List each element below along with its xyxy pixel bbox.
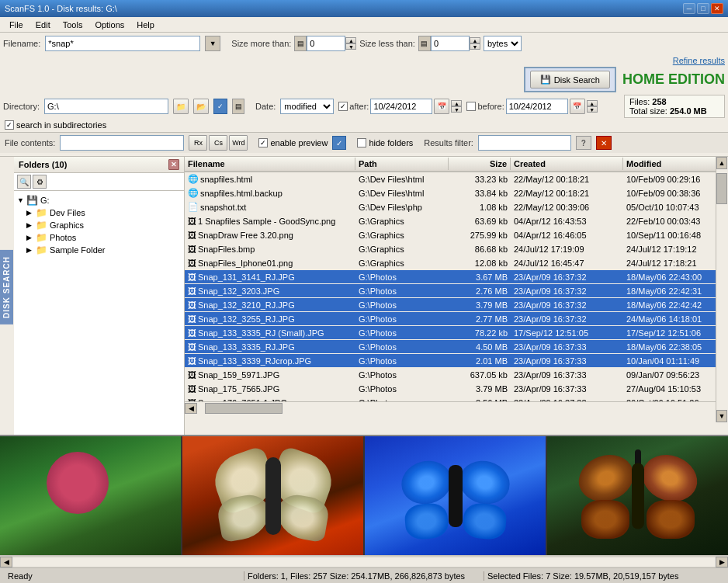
table-row[interactable]: 🖼SnapDraw Free 3.20.png G:\Graphics 275.… [185, 228, 728, 242]
browse-btn[interactable]: 📁 [173, 99, 189, 114]
size-more-up[interactable]: ▲ [345, 37, 356, 43]
bytes-select[interactable]: bytesKBMBGB [484, 36, 522, 51]
file-contents-input[interactable] [60, 135, 184, 151]
date-type-select[interactable]: modifiedcreatedaccessed [280, 99, 334, 114]
menu-file[interactable]: File [3, 19, 29, 31]
size-more-spinner[interactable]: ▲ ▼ [345, 37, 356, 50]
disk-search-button[interactable]: 💾 Disk Search [530, 71, 610, 88]
contents-btn1[interactable]: Rx [189, 135, 207, 151]
scroll-up-btn[interactable]: ▲ [716, 157, 727, 169]
hide-folders-label[interactable]: hide folders [357, 138, 413, 147]
bottom-scroll-left[interactable]: ◀ [0, 557, 12, 567]
bottom-scrollbar[interactable]: ◀ ▶ [0, 555, 728, 567]
size-less-input[interactable] [431, 36, 470, 51]
size-less-down[interactable]: ▼ [470, 43, 480, 50]
open-btn[interactable]: 📂 [193, 99, 209, 114]
bottom-scroll-track[interactable] [12, 557, 716, 567]
size-more-down[interactable]: ▼ [345, 43, 356, 50]
size-less-spinner[interactable]: ▲ ▼ [470, 37, 480, 50]
close-button[interactable]: ✕ [711, 3, 723, 14]
filename-input[interactable] [45, 36, 200, 51]
table-row[interactable]: 🖼Snap_159_5971.JPG G:\Photos 637.05 kb 2… [185, 368, 728, 382]
menu-edit[interactable]: Edit [29, 19, 57, 31]
folder-search-btn[interactable]: 🔍 [17, 175, 31, 189]
clear-filter-button[interactable]: ✕ [596, 136, 612, 150]
table-row[interactable]: 🌐snapfiles.html.backup G:\Dev Files\html… [185, 186, 728, 200]
vertical-scrollbar[interactable]: ▲ ▼ [716, 157, 728, 422]
table-row[interactable]: 🖼Snap_176_7651-1.JPG G:\Photos 2.56 MB 2… [185, 396, 728, 401]
after-up[interactable]: ▲ [451, 100, 462, 106]
table-row[interactable]: 🖼1 Snapfiles Sample - GoodSync.png G:\Gr… [185, 214, 728, 228]
table-row[interactable]: 🖼SnapFiles_Iphone01.png G:\Graphics 12.0… [185, 256, 728, 270]
after-checkbox[interactable] [338, 102, 348, 111]
tree-item-photos[interactable]: ▶ 📁 Photos [14, 231, 184, 244]
table-row[interactable]: 🖼Snap_132_3255_RJ.JPG G:\Photos 2.77 MB … [185, 312, 728, 326]
before-checkbox[interactable] [466, 102, 476, 111]
size-less-up[interactable]: ▲ [470, 37, 480, 43]
before-up[interactable]: ▲ [587, 100, 598, 106]
scroll-down-btn[interactable]: ▼ [716, 410, 727, 422]
table-row[interactable]: 🖼Snap_175_7565.JPG G:\Photos 3.79 MB 23/… [185, 382, 728, 396]
tree-item-g[interactable]: ▼ 💾 G: [14, 194, 184, 206]
col-header-created[interactable]: Created [511, 158, 623, 170]
table-row[interactable]: 🖼SnapFiles.bmp G:\Graphics 86.68 kb 24/J… [185, 242, 728, 256]
bottom-scroll-right[interactable]: ▶ [716, 557, 728, 567]
scroll-thumb[interactable] [205, 403, 283, 414]
table-row[interactable]: 🖼Snap_132_3210_RJ.JPG G:\Photos 3.79 MB … [185, 298, 728, 312]
preview-image-3[interactable] [363, 436, 546, 555]
table-row[interactable]: 📄snapshot.txt G:\Dev Files\php 1.08 kb 2… [185, 200, 728, 214]
results-filter-input[interactable] [478, 135, 571, 151]
contents-btn3[interactable]: Wrd [229, 135, 248, 151]
tree-item-samplefolder[interactable]: ▶ 📁 Sample Folder [14, 244, 184, 256]
files-table-body[interactable]: 🌐snapfiles.html G:\Dev Files\html 33.23 … [185, 172, 728, 401]
minimize-button[interactable]: ─ [683, 3, 695, 14]
table-row[interactable]: 🖼Snap_133_3339_RJcrop.JPG G:\Photos 2.01… [185, 354, 728, 368]
subdirs-checkbox[interactable] [5, 120, 14, 130]
maximize-button[interactable]: □ [697, 3, 709, 14]
dir-check[interactable]: ✓ [213, 99, 227, 114]
menu-help[interactable]: Help [130, 19, 161, 31]
filename-history-btn[interactable]: ▼ [205, 36, 220, 51]
col-header-path[interactable]: Path [355, 158, 449, 170]
folders-close-button[interactable]: ✕ [168, 159, 179, 170]
col-header-size[interactable]: Size [449, 158, 511, 170]
table-row[interactable]: 🖼Snap_131_3141_RJ.JPG G:\Photos 3.67 MB … [185, 270, 728, 284]
preview-image-4[interactable] [546, 436, 728, 555]
after-date-input[interactable] [370, 99, 432, 114]
before-down[interactable]: ▼ [587, 106, 598, 113]
preview-check-icon[interactable]: ✓ [332, 136, 346, 150]
contents-btn2[interactable]: Cs [209, 135, 227, 151]
size-more-input[interactable] [307, 36, 345, 51]
help-button[interactable]: ? [576, 136, 591, 150]
table-row[interactable]: 🖼Snap_133_3335_RJ (Small).JPG G:\Photos … [185, 326, 728, 340]
tree-toggle-graphics[interactable]: ▶ [26, 221, 36, 229]
tree-item-devfiles[interactable]: ▶ 📁 Dev Files [14, 206, 184, 219]
before-date-input[interactable] [506, 99, 568, 114]
table-row[interactable]: 🖼Snap_133_3335_RJ.JPG G:\Photos 4.50 MB … [185, 340, 728, 354]
subdirs-checkbox-label[interactable]: search in subdirectories [5, 120, 106, 130]
enable-preview-checkbox[interactable] [258, 138, 268, 147]
tree-item-graphics[interactable]: ▶ 📁 Graphics [14, 219, 184, 231]
tree-toggle-devfiles[interactable]: ▶ [26, 209, 36, 217]
enable-preview-label[interactable]: enable preview [258, 138, 328, 147]
table-row[interactable]: 🖼Snap_132_3203.JPG G:\Photos 2.76 MB 23/… [185, 284, 728, 298]
before-calendar-btn[interactable]: 📅 [570, 99, 585, 114]
after-calendar-btn[interactable]: 📅 [434, 99, 449, 114]
menu-options[interactable]: Options [88, 19, 130, 31]
hide-folders-checkbox[interactable] [357, 138, 366, 147]
tree-toggle-samplefolder[interactable]: ▶ [26, 246, 36, 254]
table-row[interactable]: 🌐snapfiles.html G:\Dev Files\html 33.23 … [185, 172, 728, 186]
preview-image-2[interactable] [181, 436, 363, 555]
horizontal-scrollbar[interactable]: ◀ ▶ [185, 401, 728, 414]
col-header-modified[interactable]: Modified [623, 158, 728, 170]
folder-filter-btn[interactable]: ⚙ [33, 175, 47, 189]
preview-image-1[interactable] [0, 436, 181, 555]
col-header-filename[interactable]: Filename [185, 158, 355, 170]
directory-input[interactable] [44, 99, 168, 114]
scroll-left-btn[interactable]: ◀ [185, 403, 197, 414]
menu-tools[interactable]: Tools [57, 19, 89, 31]
after-down[interactable]: ▼ [451, 106, 462, 113]
scroll-vert-track[interactable] [716, 169, 728, 410]
scroll-track[interactable] [197, 403, 716, 414]
tree-toggle-g[interactable]: ▼ [17, 196, 26, 204]
